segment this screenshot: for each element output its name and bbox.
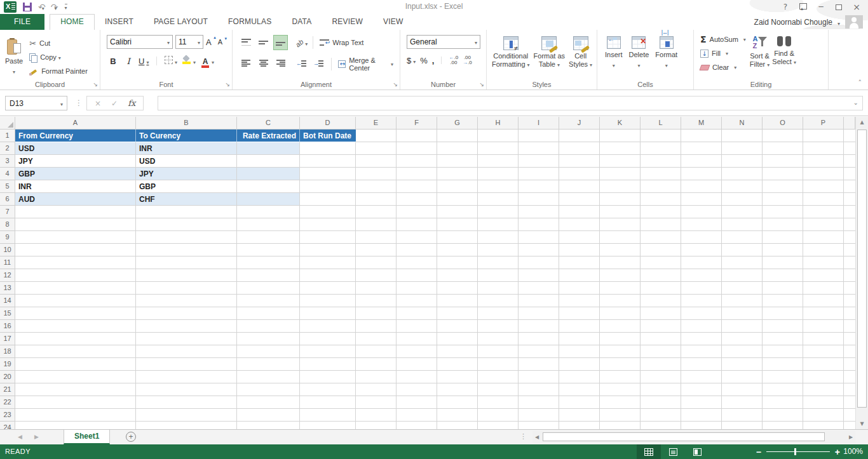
row-header-13[interactable]: 13 [0, 282, 15, 295]
column-header-E[interactable]: E [356, 117, 397, 130]
borders-button[interactable] [165, 55, 177, 67]
previous-sheet-button[interactable]: ◀ [14, 430, 26, 444]
tab-view[interactable]: VIEW [373, 14, 413, 30]
next-sheet-button[interactable]: ▶ [31, 430, 43, 444]
increase-decimal-button[interactable]: ←.0.00 [449, 55, 458, 65]
row-header-18[interactable]: 18 [0, 345, 15, 358]
select-all-button[interactable] [0, 117, 15, 130]
scroll-right-button[interactable]: ▶ [846, 431, 855, 443]
column-header-B[interactable]: B [136, 117, 237, 130]
scroll-down-button[interactable]: ▼ [856, 418, 868, 429]
accounting-format-button[interactable]: $ [407, 56, 416, 65]
conditional-formatting-button[interactable]: ConditionalFormatting [492, 31, 530, 79]
collapse-ribbon-button[interactable]: ˄ [858, 79, 862, 87]
top-align-button[interactable] [239, 35, 254, 50]
row-header-2[interactable]: 2 [0, 142, 15, 155]
align-left-button[interactable] [239, 57, 254, 72]
font-family-combo[interactable]: Calibri [107, 35, 173, 49]
row-header-16[interactable]: 16 [0, 320, 15, 333]
clear-button[interactable]: Clear [699, 60, 747, 74]
scroll-left-button[interactable]: ◀ [532, 431, 541, 443]
number-dialog-launcher-icon[interactable]: ↘ [479, 81, 484, 88]
formula-input[interactable]: ⌄ [158, 96, 863, 110]
cells-area[interactable]: From CurrencyTo CurencyRate ExtractedBot… [15, 130, 855, 429]
zoom-slider[interactable] [766, 451, 830, 452]
bold-button[interactable]: B [108, 57, 118, 66]
vertical-scrollbar-thumb[interactable] [857, 130, 867, 408]
cell[interactable]: CHF [136, 193, 237, 206]
row-header-20[interactable]: 20 [0, 371, 15, 383]
column-header-F[interactable]: F [397, 117, 437, 130]
column-header-partial[interactable] [844, 117, 855, 130]
cancel-button[interactable]: × [95, 99, 101, 108]
row-header-11[interactable]: 11 [0, 256, 15, 269]
cell[interactable]: USD [15, 142, 136, 155]
account-dropdown-icon[interactable] [837, 17, 840, 28]
row-header-5[interactable]: 5 [0, 180, 15, 193]
new-sheet-button[interactable]: + [126, 432, 136, 442]
zoom-in-button[interactable]: + [835, 446, 840, 458]
cell[interactable]: GBP [15, 168, 136, 180]
font-dialog-launcher-icon[interactable]: ↘ [225, 81, 230, 88]
clipboard-dialog-launcher-icon[interactable]: ↘ [93, 81, 98, 88]
cell[interactable]: JPY [15, 155, 136, 168]
row-header-8[interactable]: 8 [0, 218, 15, 231]
orientation-button[interactable]: ab [295, 37, 308, 48]
row-header-22[interactable]: 22 [0, 396, 15, 409]
cell[interactable] [237, 168, 300, 180]
alignment-dialog-launcher-icon[interactable]: ↘ [393, 81, 398, 88]
row-header-1[interactable]: 1 [0, 130, 15, 142]
row-header-19[interactable]: 19 [0, 358, 15, 371]
find-select-button[interactable]: Find &Select [772, 32, 796, 81]
horizontal-scrollbar[interactable]: ◀ ▶ [532, 431, 855, 443]
row-header-4[interactable]: 4 [0, 168, 15, 180]
increase-indent-button[interactable] [311, 57, 326, 72]
cell[interactable]: INR [136, 142, 237, 155]
cell[interactable]: INR [15, 180, 136, 193]
cell[interactable]: GBP [136, 180, 237, 193]
column-header-A[interactable]: A [15, 117, 136, 130]
tab-formulas[interactable]: FORMULAS [218, 14, 281, 30]
table-header-cell[interactable]: Bot Run Date [300, 130, 356, 142]
row-header-17[interactable]: 17 [0, 333, 15, 345]
format-painter-button[interactable]: Format Painter [28, 64, 89, 78]
cell[interactable]: USD [136, 155, 237, 168]
delete-cells-button[interactable]: Delete [629, 31, 649, 79]
column-header-G[interactable]: G [437, 117, 478, 130]
fill-color-button[interactable] [182, 55, 196, 67]
underline-button[interactable]: U [139, 57, 149, 66]
tab-file[interactable]: FILE [0, 14, 44, 30]
row-header-14[interactable]: 14 [0, 295, 15, 307]
normal-view-button[interactable] [637, 444, 661, 459]
sheet-tab-sheet1[interactable]: Sheet1 [64, 430, 110, 444]
tab-page-layout[interactable]: PAGE LAYOUT [144, 14, 218, 30]
decrease-decimal-button[interactable]: .00→.0 [463, 55, 472, 65]
increase-font-size-button[interactable]: A [206, 37, 215, 47]
copy-button[interactable]: Copy [28, 50, 89, 64]
help-button[interactable]: ? [776, 1, 794, 13]
tab-insert[interactable]: INSERT [95, 14, 144, 30]
insert-cells-button[interactable]: Insert [605, 31, 623, 79]
cell-styles-button[interactable]: CellStyles [569, 31, 592, 79]
row-header-24[interactable]: 24 [0, 422, 15, 429]
comma-style-button[interactable]: , [432, 56, 435, 65]
column-header-O[interactable]: O [763, 117, 803, 130]
tab-home[interactable]: HOME [50, 14, 95, 30]
tab-data[interactable]: DATA [281, 14, 322, 30]
currency-table[interactable]: From CurrencyTo CurencyRate ExtractedBot… [15, 130, 356, 206]
sort-filter-button[interactable]: AZ Sort &Filter [750, 32, 770, 81]
italic-button[interactable]: I [123, 57, 133, 66]
zoom-slider-handle[interactable] [794, 448, 796, 455]
cell[interactable] [237, 180, 300, 193]
autosum-button[interactable]: Σ AutoSum [699, 32, 747, 46]
name-box[interactable]: D13 [5, 96, 67, 110]
column-header-D[interactable]: D [300, 117, 356, 130]
paste-button[interactable]: Paste [5, 34, 23, 82]
paste-dropdown[interactable] [13, 67, 15, 75]
percent-style-button[interactable]: % [420, 56, 428, 65]
align-center-button[interactable] [256, 57, 271, 72]
number-format-combo[interactable]: General [407, 35, 480, 49]
format-as-table-button[interactable]: Format asTable [534, 31, 566, 79]
cell[interactable] [237, 142, 300, 155]
table-header-cell[interactable]: Rate Extracted [237, 130, 300, 142]
